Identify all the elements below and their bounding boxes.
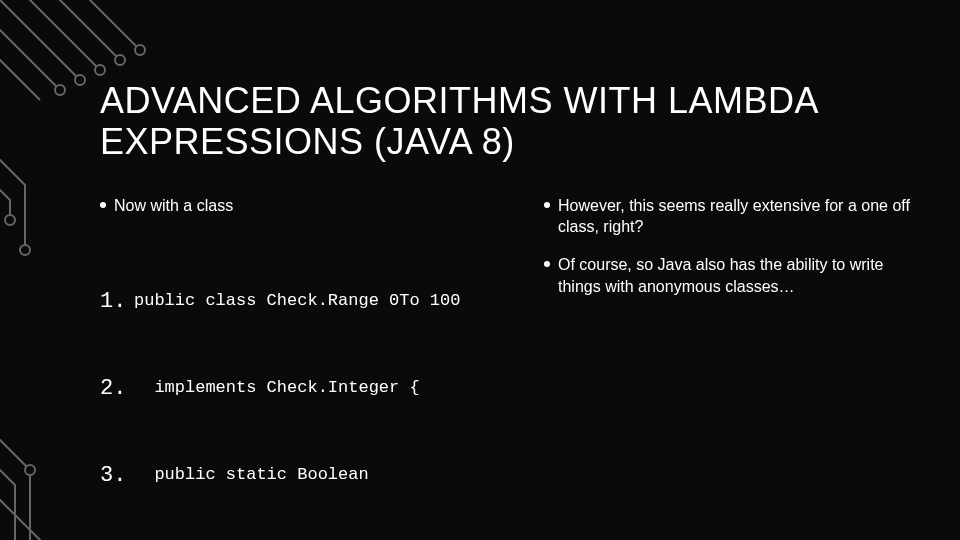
slide: ADVANCED ALGORITHMS WITH LAMBDA EXPRESSI… bbox=[0, 0, 960, 540]
content-columns: Now with a class 1. public class Check.R… bbox=[100, 195, 920, 540]
code-line: 3. public static Boolean bbox=[100, 459, 520, 493]
bullet-dot-icon bbox=[544, 261, 550, 267]
bullet-now-with-class: Now with a class bbox=[100, 195, 520, 217]
bullet-text: Of course, so Java also has the ability … bbox=[558, 254, 920, 297]
code-line: 1. public class Check.Range 0To 100 bbox=[100, 285, 520, 319]
code-block: 1. public class Check.Range 0To 100 2. i… bbox=[100, 232, 520, 540]
bullet-dot-icon bbox=[544, 202, 550, 208]
right-column: However, this seems really extensive for… bbox=[544, 195, 920, 540]
bullet-text: However, this seems really extensive for… bbox=[558, 195, 920, 238]
code-text: public static Boolean bbox=[134, 459, 369, 493]
left-column: Now with a class 1. public class Check.R… bbox=[100, 195, 520, 540]
bullet-of-course: Of course, so Java also has the ability … bbox=[544, 254, 920, 297]
bullet-dot-icon bbox=[100, 202, 106, 208]
slide-title: ADVANCED ALGORITHMS WITH LAMBDA EXPRESSI… bbox=[100, 80, 920, 163]
line-number: 2. bbox=[100, 372, 134, 406]
line-number: 3. bbox=[100, 459, 134, 493]
line-number: 1. bbox=[100, 285, 134, 319]
bullet-text: Now with a class bbox=[114, 195, 233, 217]
code-text: implements Check.Integer { bbox=[134, 372, 420, 406]
code-text: public class Check.Range 0To 100 bbox=[134, 285, 460, 319]
code-line: 2. implements Check.Integer { bbox=[100, 372, 520, 406]
bullet-however: However, this seems really extensive for… bbox=[544, 195, 920, 238]
